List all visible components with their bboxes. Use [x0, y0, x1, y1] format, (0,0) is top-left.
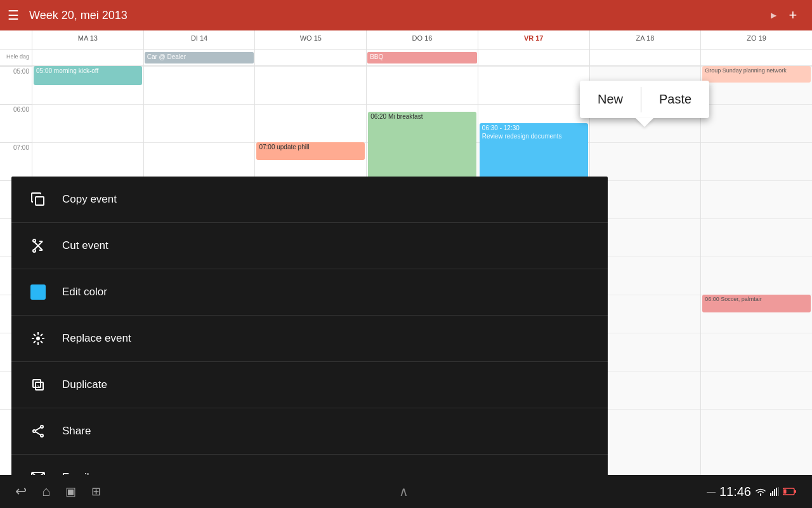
- bbq-event[interactable]: BBQ: [367, 52, 477, 64]
- menu-item-copy[interactable]: Copy event: [11, 177, 608, 223]
- menu-item-duplicate[interactable]: 2x Duplicate: [11, 362, 608, 408]
- svg-point-5: [37, 337, 39, 340]
- popup-arrow: [636, 118, 653, 127]
- svg-rect-22: [783, 490, 786, 494]
- overflow-icon: ▶: [771, 11, 776, 20]
- status-right: — 11:46: [707, 485, 797, 499]
- svg-rect-17: [774, 489, 775, 496]
- hour-05: 05:00: [0, 66, 32, 104]
- cut-event-label: Cut event: [62, 239, 108, 252]
- home-button[interactable]: ⌂: [42, 483, 50, 500]
- share-icon: [25, 418, 51, 444]
- col-sun[interactable]: Group Sunday planning network 06:00 Socc…: [700, 66, 812, 481]
- allday-row: Hele dag Car @ Dealer BBQ: [0, 50, 812, 66]
- new-paste-popup: New Paste: [580, 81, 709, 118]
- nav-left: ↩ ⌂ ▣ ⊞: [15, 483, 101, 500]
- duplicate-label: Duplicate: [62, 378, 107, 391]
- allday-wed: [254, 50, 366, 65]
- week-title: Week 20, mei 2013: [29, 9, 771, 22]
- color-swatch: [30, 284, 46, 300]
- hour-06: 06:00: [0, 104, 32, 142]
- new-button[interactable]: New: [580, 81, 641, 118]
- context-menu: Copy event Cut event Edit color Replace: [11, 177, 608, 500]
- add-event-button[interactable]: +: [782, 4, 804, 27]
- allday-sun: [700, 50, 812, 65]
- svg-line-13: [36, 432, 41, 435]
- battery-minus-icon: —: [707, 486, 716, 497]
- svg-rect-15: [770, 493, 771, 496]
- bottom-bar: ↩ ⌂ ▣ ⊞ ∧ — 11:46: [0, 475, 812, 508]
- menu-item-replace[interactable]: Replace event: [11, 316, 608, 362]
- qr-button[interactable]: ⊞: [91, 485, 101, 498]
- recents-button[interactable]: ▣: [65, 485, 76, 498]
- nav-center: ∧: [399, 484, 409, 499]
- sunday-planning-event[interactable]: Group Sunday planning network: [702, 66, 811, 83]
- day-header-thu: DO 16: [366, 30, 478, 49]
- update-phill-event[interactable]: 07:00 update phill: [256, 142, 365, 160]
- menu-item-cut[interactable]: Cut event: [11, 223, 608, 269]
- svg-rect-21: [794, 490, 796, 493]
- svg-rect-0: [36, 197, 44, 205]
- color-icon: [25, 279, 51, 305]
- top-bar: ☰ Week 20, mei 2013 ▶ +: [0, 0, 812, 30]
- share-label: Share: [62, 425, 91, 438]
- menu-icon[interactable]: ☰: [8, 8, 19, 23]
- allday-tue: Car @ Dealer: [143, 50, 255, 65]
- allday-label: Hele dag: [0, 50, 32, 65]
- svg-rect-19: [778, 487, 779, 496]
- svg-rect-18: [776, 488, 777, 496]
- status-time: 11:46: [719, 485, 751, 499]
- svg-line-12: [36, 427, 41, 431]
- allday-fri: [478, 50, 589, 65]
- mon-07: [32, 142, 143, 180]
- allday-thu: BBQ: [366, 50, 478, 65]
- morning-kickoff-event[interactable]: 05:00 morning kick-off: [34, 66, 142, 85]
- day-header-sun: ZO 19: [700, 30, 812, 49]
- day-header-mon: MA 13: [32, 30, 143, 49]
- hour-07: 07:00: [0, 142, 32, 180]
- duplicate-icon: 2x: [25, 372, 51, 398]
- allday-sat: [589, 50, 701, 65]
- svg-rect-16: [772, 491, 773, 496]
- mon-06: [32, 104, 143, 142]
- svg-point-9: [41, 425, 43, 428]
- day-header-wed: WO 15: [254, 30, 366, 49]
- day-headers: MA 13 DI 14 WO 15 DO 16 VR 17 ZA 18 ZO 1…: [0, 30, 812, 50]
- cut-icon: [25, 233, 51, 258]
- edit-color-label: Edit color: [62, 286, 107, 298]
- time-col-header: [0, 30, 32, 49]
- svg-point-11: [41, 434, 43, 437]
- paste-button[interactable]: Paste: [641, 81, 709, 118]
- day-header-sat: ZA 18: [589, 30, 701, 49]
- back-button[interactable]: ↩: [15, 483, 27, 500]
- svg-text:2x: 2x: [37, 385, 41, 389]
- wifi-icon: [755, 487, 766, 496]
- svg-point-2: [33, 239, 36, 242]
- car-dealer-event[interactable]: Car @ Dealer: [145, 52, 254, 64]
- day-header-tue: DI 14: [143, 30, 255, 49]
- move-icon: [25, 326, 51, 351]
- soccer-event[interactable]: 06:00 Soccer, palmtair: [702, 295, 811, 312]
- breakfast-event[interactable]: 06:20 Mi breakfast: [368, 112, 476, 182]
- signal-icon: [770, 487, 779, 496]
- svg-point-1: [33, 250, 36, 252]
- allday-mon: [32, 50, 143, 65]
- up-button[interactable]: ∧: [399, 485, 409, 498]
- copy-event-label: Copy event: [62, 193, 117, 206]
- menu-item-share[interactable]: Share: [11, 408, 608, 455]
- svg-point-10: [33, 430, 36, 432]
- menu-item-color[interactable]: Edit color: [11, 269, 608, 316]
- day-header-fri: VR 17: [478, 30, 589, 49]
- battery-icon: [783, 487, 797, 496]
- replace-event-label: Replace event: [62, 332, 131, 345]
- copy-icon: [25, 187, 51, 212]
